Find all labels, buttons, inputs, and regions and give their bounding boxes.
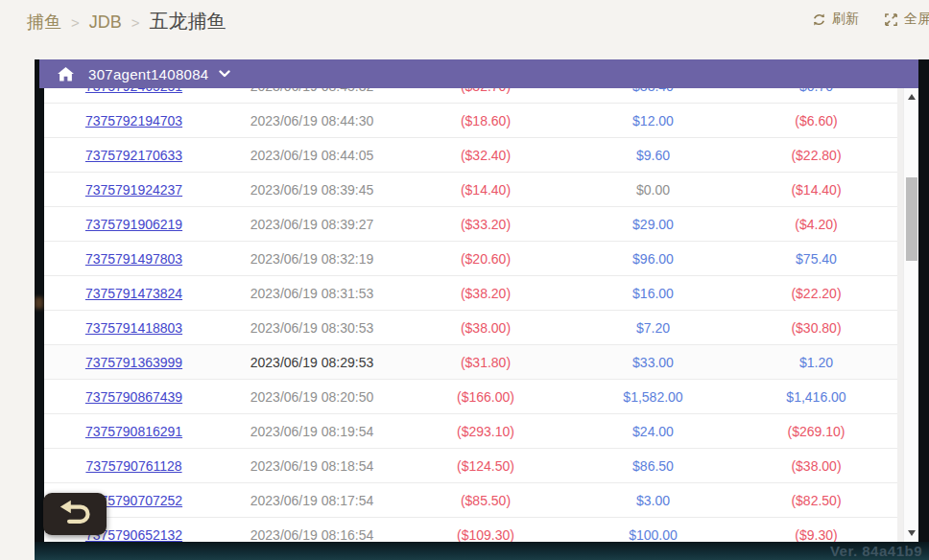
table-row: 73757907611282023/06/19 08:18:54($124.50…: [44, 449, 897, 483]
amount-value: ($38.00): [791, 458, 841, 474]
transaction-id-link[interactable]: 7375790761128: [85, 458, 181, 474]
transaction-time: 2023/06/19 08:16:54: [250, 527, 373, 543]
table-row: 73757919062192023/06/19 08:39:27($33.20)…: [44, 207, 897, 242]
transaction-id-link[interactable]: 7375791418803: [85, 320, 182, 336]
table-row: 73757921706332023/06/19 08:44:05($32.40)…: [44, 138, 897, 173]
transaction-time: 2023/06/19 08:39:45: [250, 182, 373, 198]
agent-dropdown-label[interactable]: 307agent1408084: [88, 66, 208, 82]
table-row: 73757924652512023/06/19 08:45:32($32.70)…: [44, 88, 897, 104]
table-row: 73757907072522023/06/19 08:17:54($85.50)…: [44, 483, 897, 518]
transactions-table: 73757924652512023/06/19 08:45:32($32.70)…: [44, 88, 897, 542]
amount-value: $12.00: [632, 113, 674, 128]
amount-value: $0.70: [799, 88, 833, 94]
amount-value: ($32.40): [461, 148, 511, 163]
amount-value: ($32.70): [461, 88, 511, 94]
amount-value: ($18.60): [461, 113, 511, 128]
backdrop-artifact: [35, 297, 43, 309]
fullscreen-button[interactable]: 全屏: [884, 11, 929, 28]
amount-value: $29.00: [632, 217, 674, 232]
amount-value: $1,582.00: [623, 389, 682, 405]
transaction-time: 2023/06/19 08:31:53: [250, 286, 373, 301]
amount-value: $3.00: [636, 493, 670, 508]
transaction-time: 2023/06/19 08:44:05: [250, 148, 373, 163]
transaction-id-link[interactable]: 7375791363999: [85, 355, 182, 370]
transaction-id-link[interactable]: 7375792170633: [85, 148, 182, 163]
results-panel: 73757924652512023/06/19 08:45:32($32.70)…: [44, 88, 918, 542]
return-arrow-icon: [57, 500, 93, 529]
breadcrumb-item-jdb[interactable]: JDB: [89, 12, 122, 33]
table-row: 73757913639992023/06/19 08:29:53($31.80)…: [44, 345, 897, 380]
scroll-up-arrow-icon[interactable]: [904, 90, 918, 104]
amount-value: ($33.20): [461, 217, 511, 232]
table-row: 73757914738242023/06/19 08:31:53($38.20)…: [44, 276, 897, 311]
transaction-id-link[interactable]: 7375791473824: [85, 286, 182, 301]
amount-value: ($14.40): [791, 182, 841, 198]
amount-value: $1.20: [799, 355, 833, 370]
breadcrumb: 捕鱼 > JDB > 五龙捕鱼: [27, 9, 226, 35]
table-row: 73757908674392023/06/19 08:20:50($166.00…: [44, 380, 897, 414]
amount-value: ($85.50): [461, 493, 511, 508]
table-row: 73757919242372023/06/19 08:39:45($14.40)…: [44, 173, 897, 207]
transaction-id-link[interactable]: 7375790816291: [85, 424, 182, 439]
table-row: 73757908162912023/06/19 08:19:54($293.10…: [44, 414, 897, 449]
amount-value: $33.00: [632, 355, 674, 370]
refresh-label: 刷新: [832, 11, 859, 28]
amount-value: ($109.30): [457, 527, 514, 543]
breadcrumb-item-current: 五龙捕鱼: [150, 9, 226, 35]
amount-value: ($6.60): [795, 113, 837, 128]
breadcrumb-separator: >: [131, 14, 140, 31]
back-button[interactable]: [43, 493, 107, 535]
transaction-id-link[interactable]: 7375791497803: [85, 251, 182, 267]
amount-value: ($166.00): [457, 389, 514, 405]
transaction-id-link[interactable]: 7375791924237: [85, 182, 182, 198]
amount-value: ($9.30): [795, 527, 837, 543]
transaction-id-link[interactable]: 7375791906219: [85, 217, 182, 232]
footer-band: Ver. 84a41b9: [35, 542, 929, 560]
amount-value: ($82.50): [791, 493, 841, 508]
transaction-time: 2023/06/19 08:29:53: [250, 355, 373, 370]
transaction-id-link[interactable]: 7375792194703: [85, 113, 182, 128]
transaction-time: 2023/06/19 08:17:54: [250, 493, 373, 508]
breadcrumb-item-fishing[interactable]: 捕鱼: [27, 11, 61, 34]
vertical-scrollbar[interactable]: [903, 88, 918, 542]
amount-value: ($14.40): [461, 182, 511, 198]
amount-value: $16.00: [632, 286, 674, 301]
table-row: 73757914978032023/06/19 08:32:19($20.60)…: [44, 242, 897, 276]
amount-value: $96.00: [632, 251, 674, 267]
fullscreen-label: 全屏: [904, 11, 929, 28]
table-viewport: 73757924652512023/06/19 08:45:32($32.70)…: [44, 88, 897, 542]
amount-value: $1,416.00: [786, 389, 846, 405]
table-row: 73757914188032023/06/19 08:30:53($38.00)…: [44, 311, 897, 345]
amount-value: ($30.80): [791, 320, 841, 336]
transaction-time: 2023/06/19 08:19:54: [250, 424, 373, 439]
refresh-button[interactable]: 刷新: [812, 11, 859, 28]
amount-value: $7.20: [636, 320, 670, 336]
scrollbar-thumb[interactable]: [906, 177, 917, 261]
transaction-id-link[interactable]: 7375792465251: [85, 88, 182, 94]
transaction-time: 2023/06/19 08:39:27: [250, 217, 373, 232]
transaction-time: 2023/06/19 08:30:53: [250, 320, 373, 336]
amount-value: ($269.10): [788, 424, 846, 439]
amount-value: ($124.50): [457, 458, 514, 474]
amount-value: ($22.20): [791, 286, 841, 301]
transaction-time: 2023/06/19 08:45:32: [250, 88, 373, 94]
home-icon[interactable]: [58, 67, 74, 82]
scroll-down-arrow-icon[interactable]: [904, 526, 918, 540]
amount-value: ($293.10): [457, 424, 514, 439]
refresh-icon: [812, 12, 826, 27]
amount-value: ($38.20): [461, 286, 511, 301]
amount-value: $0.00: [636, 182, 670, 198]
table-row: 73757906521322023/06/19 08:16:54($109.30…: [44, 518, 897, 542]
transaction-id-link[interactable]: 7375790867439: [85, 389, 182, 405]
transaction-time: 2023/06/19 08:20:50: [250, 389, 373, 405]
table-row: 73757921947032023/06/19 08:44:30($18.60)…: [44, 104, 897, 138]
amount-value: $33.40: [632, 88, 674, 94]
amount-value: $24.00: [632, 424, 674, 439]
amount-value: ($31.80): [461, 355, 511, 370]
amount-value: ($20.60): [461, 251, 511, 267]
chevron-down-icon[interactable]: [219, 70, 230, 78]
transaction-time: 2023/06/19 08:18:54: [250, 458, 373, 474]
amount-value: $86.50: [632, 458, 674, 474]
top-actions: 刷新 全屏: [812, 11, 929, 28]
amount-value: ($4.20): [795, 217, 837, 232]
